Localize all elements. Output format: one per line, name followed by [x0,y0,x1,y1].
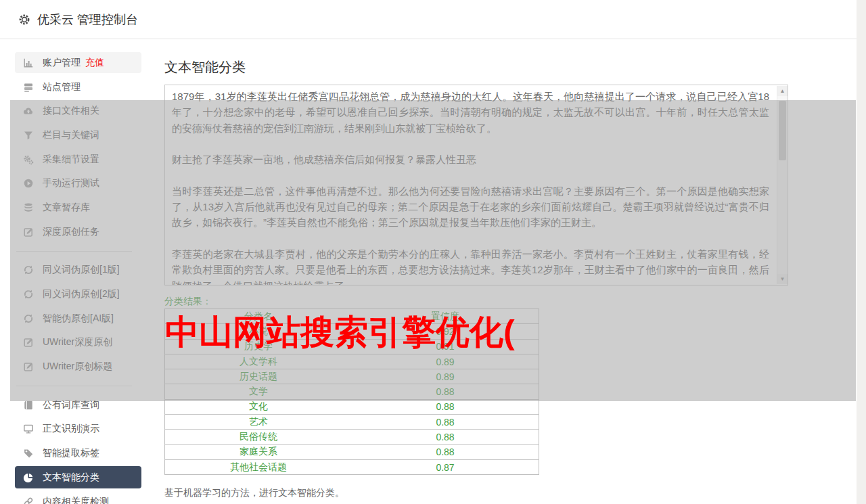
sidebar-item-uwriter-deep[interactable]: UWriter深度原创 [15,331,141,355]
page-background-strip [857,0,866,504]
classification-table: 分类名 置信度 小说0.92历史学0.91人文学科0.89历史话题0.89文学0… [164,308,539,475]
sidebar-item-text-classify[interactable]: 文本智能分类 [15,466,141,488]
sidebar-item-label: UWriter原创标题 [43,361,112,373]
sidebar-item-label: 文章暂存库 [43,202,90,214]
scroll-down-arrow[interactable]: ▼ [777,274,788,284]
sidebar-item-body-recognize[interactable]: 正文识别演示 [15,417,141,442]
category-cell: 文学 [165,384,352,399]
category-cell: 家庭关系 [165,444,352,459]
sidebar-item-columns-keywords[interactable]: 栏目与关键词 [15,123,141,147]
article-textarea[interactable]: 1879年，31岁的李莲英出任储秀宫四品花翎总管，成为慈禧身边的大红人。这年春天… [164,85,788,285]
cloud-upload-icon [23,106,34,116]
sidebar-item-interface-files[interactable]: 接口文件相关 [15,99,141,123]
scrollbar-thumb[interactable] [779,101,786,160]
sidebar-item-label: 内容相关度检测 [43,496,109,504]
gears-icon [23,154,34,165]
table-row: 历史话题0.89 [165,369,539,384]
edit-icon [23,361,34,372]
category-cell: 其他社会话题 [165,459,352,474]
category-cell: 人文学科 [165,354,352,369]
table-row: 家庭关系0.88 [165,444,539,459]
article-text: 1879年，31岁的李莲英出任储秀宫四品花翎总管，成为慈禧身边的大红人。这年春天… [165,85,776,285]
confidence-cell: 0.87 [352,459,539,474]
scroll-up-arrow[interactable]: ▲ [777,86,788,96]
table-row: 人文学科0.89 [165,354,539,369]
table-row: 小说0.92 [165,324,539,339]
list-icon [23,82,34,93]
sidebar-item-label: 正文识别演示 [43,423,99,435]
sidebar-item-label: 智能伪原创[AI版] [43,313,114,325]
sidebar-item-account[interactable]: 账户管理充值 [15,52,141,73]
sidebar-item-label: 采集细节设置 [43,154,99,166]
sidebar-item-ai-original[interactable]: 智能伪原创[AI版] [15,306,141,331]
sidebar-item-manual-run-test[interactable]: 手动运行测试 [15,171,141,196]
sidebar-item-public-lexicon[interactable]: 公有词库查询 [15,393,141,417]
gear-icon [18,14,30,26]
column-header-category: 分类名 [165,309,352,324]
article-paragraph: 李莲英的老家在大城县李贾村，他的父亲是个勤劳本分的庄稼人，靠种田养活一家老小。李… [172,246,769,285]
sidebar-item-label: 接口文件相关 [43,105,99,117]
sidebar-divider [16,251,132,252]
play-icon [23,178,34,189]
sidebar-divider [16,386,132,386]
sidebar-item-deep-original[interactable]: 深度原创任务 [15,220,141,244]
article-paragraph: 当时李莲英还是二总管，这件事他再清楚不过。那么他为何还要冒险向慈禧请求出宫呢？主… [172,183,769,231]
sidebar-item-synonym-v1[interactable]: 同义词伪原创[1版] [15,258,141,283]
bar-chart-icon [23,58,34,68]
sidebar-item-article-buffer[interactable]: 文章暂存库 [15,196,141,220]
table-header-row: 分类名 置信度 [165,309,539,324]
confidence-cell: 0.88 [352,415,539,430]
sidebar-item-smart-tags[interactable]: 智能提取标签 [15,441,141,465]
table-row: 民俗传统0.88 [165,430,539,444]
sidebar-item-label: 同义词伪原创[1版] [43,264,120,276]
pie-chart-icon [23,472,34,483]
confidence-cell: 0.88 [352,384,539,399]
sidebar-item-label: 文本智能分类 [43,472,99,484]
edit-icon [23,227,34,237]
category-cell: 小说 [165,324,352,339]
refresh-icon [23,313,34,324]
table-row: 文学0.88 [165,384,539,399]
sidebar-item-label: UWriter深度原创 [43,336,112,348]
book-icon [23,400,34,411]
sidebar: 账户管理充值站点管理接口文件相关栏目与关键词采集细节设置手动运行测试文章暂存库深… [9,39,143,504]
category-cell: 民俗传统 [165,430,352,444]
link-icon [23,497,34,504]
article-paragraph: 1879年，31岁的李莲英出任储秀宫四品花翎总管，成为慈禧身边的大红人。这年春天… [172,89,769,136]
table-row: 其他社会话题0.87 [165,459,539,474]
table-body: 小说0.92历史学0.91人文学科0.89历史话题0.89文学0.88文化0.8… [165,324,539,475]
refresh-icon [23,289,34,300]
sidebar-item-label: 站点管理 [43,81,81,93]
table-row: 艺术0.88 [165,415,539,430]
page-title: 文本智能分类 [164,58,246,76]
page: 优采云 管理控制台 账户管理充值站点管理接口文件相关栏目与关键词采集细节设置手动… [0,0,866,504]
recharge-badge[interactable]: 充值 [85,57,104,69]
sidebar-item-label: 手动运行测试 [43,177,99,189]
confidence-cell: 0.89 [352,354,539,369]
textarea-scrollbar[interactable]: ▲ ▼ [777,86,787,284]
sidebar-item-label: 智能提取标签 [43,447,99,459]
feature-caption: 基于机器学习的方法，进行文本智能分类。 [164,487,344,499]
confidence-cell: 0.88 [352,444,539,459]
confidence-cell: 0.88 [352,399,539,414]
tag-icon [23,448,34,459]
category-cell: 艺术 [165,415,352,430]
sidebar-item-label: 公有词库查询 [43,399,99,411]
sidebar-item-synonym-v2[interactable]: 同义词伪原创[2版] [15,282,141,306]
article-paragraph: 财主抢了李莲英家一亩地，他成慈禧亲信后如何报复？暴露人性丑恶 [172,152,769,167]
category-cell: 文化 [165,399,352,414]
edit-icon [23,337,34,348]
result-label: 分类结果： [164,296,212,308]
sidebar-item-uwriter-title[interactable]: UWriter原创标题 [15,354,141,379]
app-title: 优采云 管理控制台 [37,12,138,28]
column-header-confidence: 置信度 [352,309,539,324]
refresh-icon [23,265,34,275]
category-cell: 历史学 [165,339,352,354]
sidebar-item-label: 栏目与关键词 [43,129,99,141]
top-header: 优采云 管理控制台 [0,0,866,39]
sidebar-item-relevance-check[interactable]: 内容相关度检测 [15,490,141,504]
confidence-cell: 0.88 [352,430,539,444]
sidebar-item-capture-detail[interactable]: 采集细节设置 [15,147,141,172]
sidebar-item-sites[interactable]: 站点管理 [15,75,141,99]
confidence-cell: 0.91 [352,339,539,354]
